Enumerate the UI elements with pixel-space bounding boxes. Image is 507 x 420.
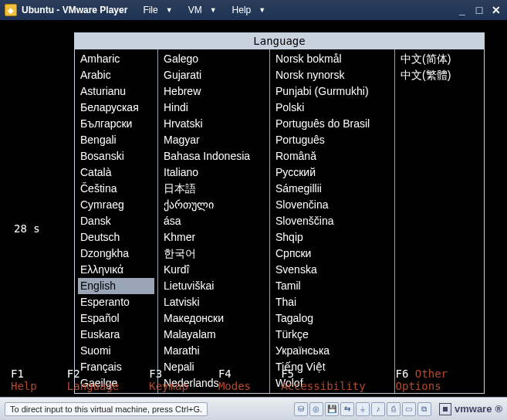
titlebar: ◆ Ubuntu - VMware Player File▼ VM▼ Help▼… xyxy=(0,0,507,20)
statusbar: To direct input to this virtual machine,… xyxy=(0,397,507,420)
language-option[interactable]: Khmer xyxy=(161,229,266,246)
language-option[interactable]: Русский xyxy=(273,164,391,181)
language-option[interactable]: Hrvatski xyxy=(161,116,266,132)
language-option[interactable]: Slovenčina xyxy=(273,197,391,213)
language-option[interactable]: Ελληνικά xyxy=(78,262,154,278)
language-option[interactable]: Asturianu xyxy=(78,83,154,100)
language-option[interactable]: Lietuviškai xyxy=(161,278,266,294)
language-option[interactable]: Türkçe xyxy=(273,327,391,343)
language-option[interactable]: Dzongkha xyxy=(78,246,154,262)
shared-folders-icon[interactable]: ⧉ xyxy=(417,402,431,416)
language-option[interactable]: Amharic xyxy=(78,51,154,67)
language-option[interactable]: Punjabi (Gurmukhi) xyxy=(273,83,391,100)
display-icon[interactable]: ▭ xyxy=(402,402,416,416)
sound-icon[interactable]: ♪ xyxy=(371,402,385,416)
maximize-button[interactable]: □ xyxy=(473,4,485,16)
vmware-logo: vmware® xyxy=(439,403,502,415)
countdown-timer: 28 s xyxy=(14,222,40,235)
language-column: Norsk bokmålNorsk nynorskPunjabi (Gurmuk… xyxy=(270,49,395,393)
fkey-f3[interactable]: F3 Keymap xyxy=(149,368,208,392)
language-option[interactable]: Українська xyxy=(273,343,391,359)
fkey-f2[interactable]: F2 Language xyxy=(67,368,138,392)
menu-file[interactable]: File▼ xyxy=(137,2,178,19)
language-option[interactable]: Norsk nynorsk xyxy=(273,67,391,83)
fkey-f6[interactable]: F6 Other Options xyxy=(396,368,499,392)
language-option[interactable]: Arabic xyxy=(78,67,154,83)
language-option[interactable]: Latviski xyxy=(161,294,266,310)
network-icon[interactable]: ⇆ xyxy=(340,402,354,416)
hard-disk-icon[interactable]: ⛁ xyxy=(294,402,308,416)
language-option[interactable]: 日本語 xyxy=(161,181,266,197)
language-list[interactable]: AmharicArabicAsturianuБеларускаяБългарск… xyxy=(74,49,485,394)
language-option[interactable]: Português do Brasil xyxy=(273,116,391,132)
language-option[interactable]: Suomi xyxy=(78,343,154,359)
language-option[interactable]: Marathi xyxy=(161,343,266,359)
language-option[interactable]: Svenska xyxy=(273,262,391,278)
language-option[interactable]: Kurdî xyxy=(161,262,266,278)
printer-icon[interactable]: ⎙ xyxy=(387,402,401,416)
language-header: Language xyxy=(74,32,485,49)
language-selector: Language AmharicArabicAsturianuБеларуска… xyxy=(74,32,485,394)
language-option[interactable]: 中文(繁體) xyxy=(398,67,481,83)
language-option[interactable]: Shqip xyxy=(273,229,391,246)
vmware-box-icon xyxy=(439,403,451,415)
language-option[interactable]: Hebrew xyxy=(161,83,266,100)
vm-app-icon: ◆ xyxy=(5,4,17,16)
fkey-f1[interactable]: F1 Help xyxy=(11,368,56,392)
language-option[interactable]: Български xyxy=(78,116,154,132)
language-column: AmharicArabicAsturianuБеларускаяБългарск… xyxy=(75,49,158,393)
language-option[interactable]: Gujarati xyxy=(161,67,266,83)
minimize-button[interactable]: _ xyxy=(456,4,468,16)
language-option[interactable]: Čeština xyxy=(78,181,154,197)
close-button[interactable]: ✕ xyxy=(490,4,502,16)
language-option[interactable]: Malayalam xyxy=(161,327,266,343)
language-option[interactable]: Norsk bokmål xyxy=(273,51,391,67)
usb-icon[interactable]: ⏚ xyxy=(356,402,370,416)
function-key-bar: F1 HelpF2 LanguageF3 KeymapF4 ModesF5 Ac… xyxy=(11,368,499,392)
language-option[interactable]: Deutsch xyxy=(78,229,154,246)
floppy-icon[interactable]: 💾 xyxy=(325,402,339,416)
language-option[interactable]: English xyxy=(78,278,154,294)
window-title: Ubuntu - VMware Player xyxy=(22,5,127,15)
language-option[interactable]: Italiano xyxy=(161,164,266,181)
language-option[interactable]: Hindi xyxy=(161,100,266,116)
language-option[interactable]: Tamil xyxy=(273,278,391,294)
language-option[interactable]: ása xyxy=(161,213,266,229)
language-option[interactable]: Português xyxy=(273,132,391,148)
input-hint: To direct input to this virtual machine,… xyxy=(5,402,208,416)
cd-dvd-icon[interactable]: ◎ xyxy=(309,402,323,416)
language-option[interactable]: Slovenščina xyxy=(273,213,391,229)
language-option[interactable]: Bengali xyxy=(78,132,154,148)
language-option[interactable]: Español xyxy=(78,310,154,327)
language-option[interactable]: Беларуская xyxy=(78,100,154,116)
language-option[interactable]: Tagalog xyxy=(273,310,391,327)
language-option[interactable]: Cymraeg xyxy=(78,197,154,213)
language-column: GalegoGujaratiHebrewHindiHrvatskiMagyarB… xyxy=(158,49,270,393)
menu-vm[interactable]: VM▼ xyxy=(182,2,223,19)
language-option[interactable]: 中文(简体) xyxy=(398,51,481,67)
language-option[interactable]: Bahasa Indonesia xyxy=(161,148,266,164)
vm-display[interactable]: 28 s Language AmharicArabicAsturianuБела… xyxy=(0,20,507,397)
language-option[interactable]: Sámegillii xyxy=(273,181,391,197)
language-option[interactable]: Română xyxy=(273,148,391,164)
language-option[interactable]: Esperanto xyxy=(78,294,154,310)
language-option[interactable]: 한국어 xyxy=(161,246,266,262)
fkey-f5[interactable]: F5 Accessibility xyxy=(281,368,384,392)
language-option[interactable]: Magyar xyxy=(161,132,266,148)
chevron-down-icon: ▼ xyxy=(207,5,220,15)
language-option[interactable]: Bosanski xyxy=(78,148,154,164)
language-option[interactable]: Galego xyxy=(161,51,266,67)
fkey-f4[interactable]: F4 Modes xyxy=(218,368,270,392)
language-option[interactable]: Thai xyxy=(273,294,391,310)
chevron-down-icon: ▼ xyxy=(255,5,269,15)
language-option[interactable]: Català xyxy=(78,164,154,181)
language-option[interactable]: Српски xyxy=(273,246,391,262)
language-option[interactable]: ქართული xyxy=(161,197,266,213)
language-option[interactable]: Македонски xyxy=(161,310,266,327)
language-option[interactable]: Polski xyxy=(273,100,391,116)
language-option[interactable]: Dansk xyxy=(78,213,154,229)
device-status-icons: ⛁◎💾⇆⏚♪⎙▭⧉ xyxy=(294,402,431,416)
language-column: 中文(简体)中文(繁體) xyxy=(395,49,484,393)
language-option[interactable]: Euskara xyxy=(78,327,154,343)
menu-help[interactable]: Help▼ xyxy=(226,2,272,19)
